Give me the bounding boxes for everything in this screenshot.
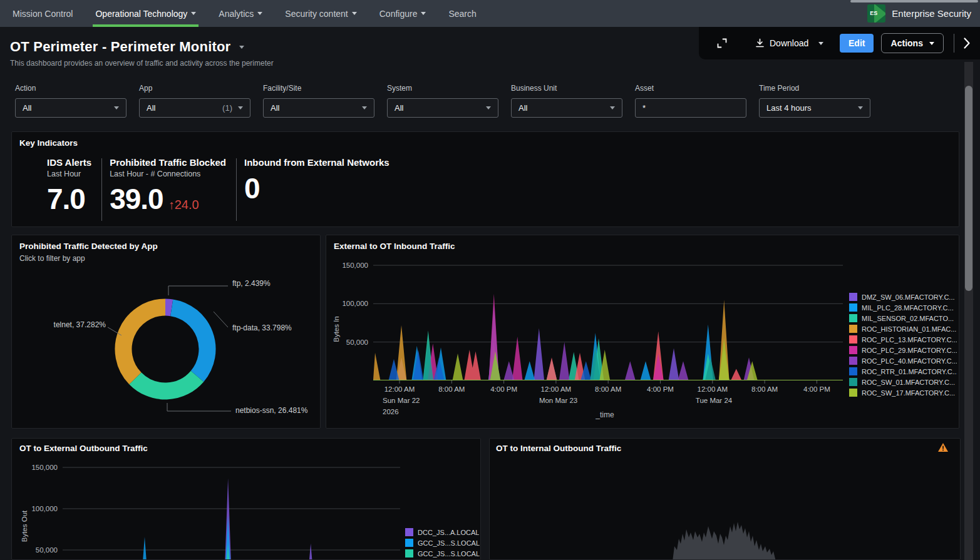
filter-dropdown[interactable]: All bbox=[387, 98, 498, 118]
kpi-value: 0 bbox=[244, 171, 260, 205]
filter-time-period: Time PeriodLast 4 hours bbox=[759, 84, 870, 118]
nav-horizontal-scrollbar[interactable] bbox=[850, 0, 978, 3]
kpi-ids-alerts: IDS AlertsLast Hour7.0 bbox=[42, 157, 99, 221]
filter-business-unit: Business UnitAll bbox=[511, 84, 622, 118]
kpi-divider bbox=[236, 158, 237, 221]
filter-action: ActionAll bbox=[15, 84, 126, 118]
chevron-down-icon bbox=[858, 106, 863, 109]
download-icon bbox=[755, 38, 765, 48]
filter-dropdown[interactable]: All bbox=[511, 98, 622, 118]
edit-button[interactable]: Edit bbox=[840, 34, 874, 53]
top-nav: Mission ControlOperational TechnologyAna… bbox=[0, 0, 980, 27]
svg-text:8:00 AM: 8:00 AM bbox=[595, 385, 621, 393]
chevron-down-icon bbox=[362, 106, 367, 109]
legend-item[interactable]: DMZ_SW_06.MFACTORY.C... bbox=[849, 292, 957, 302]
page-scrollbar[interactable] bbox=[964, 62, 973, 560]
filter-text-input[interactable]: * bbox=[635, 98, 746, 118]
page-scrollbar-thumb[interactable] bbox=[965, 86, 972, 291]
legend-label: GCC_JS...S.LOCAL bbox=[418, 550, 480, 557]
legend-label: ROC_PLC_13.MFACTORY.C... bbox=[862, 336, 957, 344]
kpi-subtitle: Last Hour - # Connections bbox=[110, 170, 226, 178]
chevron-down-icon bbox=[352, 12, 357, 15]
nav-item-security-content[interactable]: Security content bbox=[275, 0, 366, 27]
legend-item[interactable]: GCC_JS...S.LOCAL bbox=[405, 548, 480, 559]
panel-title: Key Indicators bbox=[19, 138, 78, 148]
dashboard-toolbar: Download Edit Actions bbox=[699, 27, 980, 59]
filter-label: System bbox=[387, 84, 498, 93]
legend-item[interactable]: ROC_SW_01.MFACTORY.C... bbox=[849, 377, 957, 387]
fullscreen-icon[interactable] bbox=[716, 38, 728, 49]
legend-item[interactable]: ROC_RTR_01.MFACTORY.C... bbox=[849, 366, 957, 377]
legend-label: ROC_PLC_29.MFACTORY.C... bbox=[862, 347, 957, 354]
nav-item-configure[interactable]: Configure bbox=[369, 0, 436, 27]
filter-asset: Asset* bbox=[635, 84, 746, 118]
legend-label: GCC_JS...S.LOCAL bbox=[418, 539, 480, 547]
toolbar-divider bbox=[954, 34, 954, 53]
legend-label: DMZ_SW_06.MFACTORY.C... bbox=[862, 293, 955, 301]
download-button[interactable]: Download bbox=[755, 38, 823, 48]
nav-item-operational-technology[interactable]: Operational Technology bbox=[85, 0, 206, 27]
filter-facility-site: Facility/SiteAll bbox=[263, 84, 374, 118]
legend-label: MIL_SENSOR_02.MFACTO... bbox=[862, 315, 954, 322]
chevron-down-icon bbox=[238, 106, 243, 109]
svg-text:4:00 PM: 4:00 PM bbox=[803, 385, 830, 393]
legend-swatch bbox=[405, 549, 413, 557]
filter-dropdown[interactable]: All bbox=[15, 98, 126, 118]
legend-item[interactable]: MIL_SENSOR_02.MFACTO... bbox=[849, 313, 957, 323]
donut-slice-ftp[interactable] bbox=[165, 307, 172, 308]
svg-text:4:00 PM: 4:00 PM bbox=[490, 385, 517, 393]
page-title: OT Perimeter - Perimeter Monitor bbox=[10, 39, 230, 55]
title-caret-icon[interactable] bbox=[239, 46, 244, 49]
filter-dropdown[interactable]: Last 4 hours bbox=[759, 98, 870, 118]
donut-slice-netbios-ssn[interactable] bbox=[135, 376, 197, 391]
legend-swatch bbox=[849, 389, 857, 397]
svg-text:Bytes In: Bytes In bbox=[333, 316, 340, 342]
legend-item[interactable]: DCC_JS...A.LOCAL bbox=[405, 527, 480, 537]
chevron-right-icon[interactable] bbox=[963, 37, 971, 49]
kpi-inbound-from-external-networks: Inbound from External Networks0 bbox=[239, 157, 397, 221]
svg-text:8:00 AM: 8:00 AM bbox=[438, 385, 465, 393]
svg-text:100,000: 100,000 bbox=[31, 505, 58, 512]
svg-text:_time: _time bbox=[595, 410, 614, 419]
svg-text:4:00 PM: 4:00 PM bbox=[647, 385, 674, 393]
inbound-legend: DMZ_SW_06.MFACTORY.C...MIL_PLC_28.MFACTO… bbox=[849, 292, 957, 398]
kpi-subtitle: Last Hour bbox=[47, 170, 91, 178]
donut-slice-ftp-data[interactable] bbox=[172, 308, 207, 377]
filter-label: App bbox=[139, 84, 250, 93]
svg-text:150,000: 150,000 bbox=[342, 262, 368, 269]
legend-item[interactable]: GCC_JS...S.LOCAL bbox=[405, 537, 480, 548]
legend-swatch bbox=[849, 367, 857, 375]
kpi-value: 39.0 bbox=[110, 182, 163, 216]
legend-item[interactable]: ROC_PLC_40.MFACTORY.C... bbox=[849, 355, 957, 366]
internal-chart-preview bbox=[490, 439, 961, 560]
filter-dropdown[interactable]: All(1) bbox=[139, 98, 250, 118]
legend-item[interactable]: ROC_PLC_29.MFACTORY.C... bbox=[849, 345, 957, 355]
filter-system: SystemAll bbox=[387, 84, 498, 118]
donut-label-ftp-data: ftp-data, 33.798% bbox=[232, 323, 292, 332]
legend-item[interactable]: ROC_HISTORIAN_01.MFAC... bbox=[849, 323, 957, 334]
filter-value: All bbox=[518, 103, 610, 113]
nav-item-mission-control[interactable]: Mission Control bbox=[3, 0, 83, 27]
legend-item[interactable]: MIL_PLC_28.MFACTORY.C... bbox=[849, 302, 957, 313]
legend-item[interactable]: ROC_PLC_13.MFACTORY.C... bbox=[849, 334, 957, 345]
filter-dropdown[interactable]: All bbox=[263, 98, 374, 118]
nav-item-label: Configure bbox=[379, 9, 418, 19]
prohibited-traffic-panel: Prohibited Traffic Detected by App Click… bbox=[11, 235, 321, 429]
legend-item[interactable]: ROC_SW_17.MFACTORY.C... bbox=[849, 387, 957, 398]
svg-text:Sun Mar 22: Sun Mar 22 bbox=[383, 397, 420, 404]
nav-item-search[interactable]: Search bbox=[438, 0, 486, 27]
chevron-down-icon bbox=[421, 12, 426, 15]
legend-swatch bbox=[849, 346, 857, 354]
filter-value: Last 4 hours bbox=[766, 103, 858, 113]
actions-button[interactable]: Actions bbox=[881, 33, 944, 53]
kpi-title: Inbound from External Networks bbox=[244, 157, 389, 168]
nav-item-analytics[interactable]: Analytics bbox=[209, 0, 272, 27]
svg-text:50,000: 50,000 bbox=[36, 546, 58, 554]
donut-chart[interactable] bbox=[12, 235, 321, 429]
kpi-value: 7.0 bbox=[47, 182, 85, 216]
chevron-down-icon bbox=[257, 12, 262, 15]
donut-slice-telnet[interactable] bbox=[123, 307, 165, 379]
svg-text:2026: 2026 bbox=[383, 408, 399, 415]
kpi-delta: ↑24.0 bbox=[168, 198, 199, 212]
legend-swatch bbox=[405, 528, 413, 536]
